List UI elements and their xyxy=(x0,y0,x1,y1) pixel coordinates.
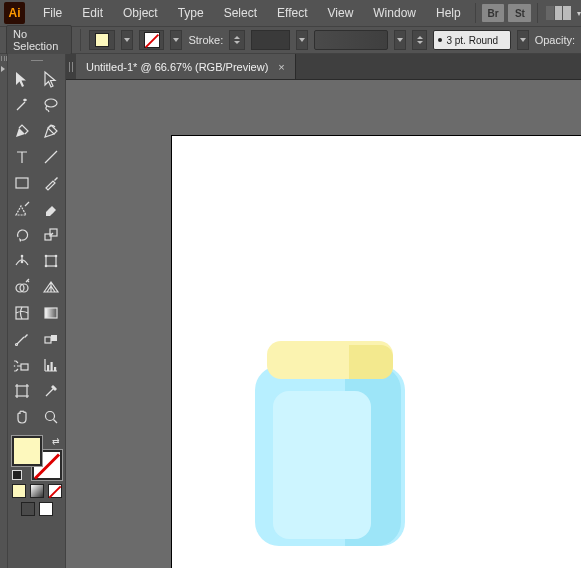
variable-width-dropdown[interactable] xyxy=(394,30,406,50)
perspective-grid-tool[interactable] xyxy=(37,274,66,300)
toolbox-grip[interactable] xyxy=(8,54,65,66)
svg-point-5 xyxy=(21,261,24,264)
swap-fill-stroke-icon[interactable]: ⇄ xyxy=(52,436,60,446)
document-tab-title: Untitled-1* @ 66.67% (RGB/Preview) xyxy=(86,61,268,73)
svg-point-21 xyxy=(14,365,16,367)
stroke-weight-dropdown[interactable] xyxy=(296,30,308,50)
options-bar: No Selection Stroke: 3 pt. Round Opacity… xyxy=(0,26,581,54)
brush-definition-field[interactable]: 3 pt. Round xyxy=(433,30,510,50)
shape-builder-tool[interactable] xyxy=(8,274,37,300)
color-mode-row xyxy=(8,484,65,498)
workspace-layout-toggle[interactable] xyxy=(546,6,571,20)
eraser-tool[interactable] xyxy=(37,196,66,222)
brush-preview-icon xyxy=(438,38,442,42)
selection-status: No Selection xyxy=(6,25,72,55)
paintbrush-tool[interactable] xyxy=(37,170,66,196)
toolbox: ⇄ xyxy=(8,54,66,568)
stroke-weight-field[interactable] xyxy=(251,30,290,50)
svg-point-8 xyxy=(54,255,57,258)
scale-tool[interactable] xyxy=(37,222,66,248)
selection-tool[interactable] xyxy=(8,66,37,92)
pen-tool[interactable] xyxy=(8,118,37,144)
svg-rect-14 xyxy=(45,308,57,318)
menu-type[interactable]: Type xyxy=(168,2,214,24)
slice-tool[interactable] xyxy=(37,378,66,404)
default-fill-stroke-icon[interactable] xyxy=(12,470,22,480)
fill-stroke-control[interactable]: ⇄ xyxy=(12,436,62,480)
gradient-tool[interactable] xyxy=(37,300,66,326)
svg-rect-13 xyxy=(16,307,28,319)
svg-rect-17 xyxy=(45,337,51,343)
brush-dropdown[interactable] xyxy=(517,30,529,50)
svg-point-27 xyxy=(45,412,54,421)
fill-color-icon xyxy=(95,33,109,47)
width-tool[interactable] xyxy=(8,248,37,274)
hand-tool[interactable] xyxy=(8,404,37,430)
rectangle-tool[interactable] xyxy=(8,170,37,196)
brush-stepper[interactable] xyxy=(412,30,427,50)
eyedropper-tool[interactable] xyxy=(8,326,37,352)
menu-bar: Ai File Edit Object Type Select Effect V… xyxy=(0,0,581,26)
panel-collapse-strip[interactable] xyxy=(0,54,8,568)
stroke-swatch-button[interactable] xyxy=(139,30,165,50)
type-tool[interactable] xyxy=(8,144,37,170)
rotate-tool[interactable] xyxy=(8,222,37,248)
svg-rect-18 xyxy=(51,335,57,341)
menu-select[interactable]: Select xyxy=(214,2,267,24)
opacity-label: Opacity: xyxy=(535,34,575,46)
stock-button[interactable]: St xyxy=(508,4,531,22)
column-graph-tool[interactable] xyxy=(37,352,66,378)
menu-window[interactable]: Window xyxy=(363,2,426,24)
shaper-tool[interactable] xyxy=(8,196,37,222)
blend-tool[interactable] xyxy=(37,326,66,352)
svg-point-22 xyxy=(14,370,16,372)
svg-point-10 xyxy=(54,265,57,268)
color-mode-none[interactable] xyxy=(48,484,62,498)
mesh-tool[interactable] xyxy=(8,300,37,326)
workspace-dropdown-icon[interactable]: ▾ xyxy=(577,9,581,18)
menu-view[interactable]: View xyxy=(318,2,364,24)
jar-artwork xyxy=(255,341,405,546)
color-mode-gradient[interactable] xyxy=(30,484,44,498)
menu-object[interactable]: Object xyxy=(113,2,168,24)
svg-rect-19 xyxy=(21,364,28,370)
fill-swatch-button[interactable] xyxy=(89,30,115,50)
brush-name: 3 pt. Round xyxy=(446,35,498,46)
document-tab[interactable]: Untitled-1* @ 66.67% (RGB/Preview) × xyxy=(76,54,296,79)
stroke-weight-stepper[interactable] xyxy=(229,30,244,50)
tab-strip: Untitled-1* @ 66.67% (RGB/Preview) × xyxy=(66,54,581,80)
menu-file[interactable]: File xyxy=(33,2,72,24)
direct-selection-tool[interactable] xyxy=(37,66,66,92)
svg-rect-26 xyxy=(17,386,27,396)
close-tab-button[interactable]: × xyxy=(278,61,284,73)
variable-width-profile[interactable] xyxy=(314,30,388,50)
curvature-tool[interactable] xyxy=(37,118,66,144)
magic-wand-tool[interactable] xyxy=(8,92,37,118)
fill-dropdown[interactable] xyxy=(121,30,133,50)
menu-edit[interactable]: Edit xyxy=(72,2,113,24)
svg-rect-24 xyxy=(50,362,52,371)
draw-mode-behind[interactable] xyxy=(39,502,53,516)
no-stroke-icon xyxy=(144,32,160,48)
fill-color-large[interactable] xyxy=(12,436,42,466)
color-mode-solid[interactable] xyxy=(12,484,26,498)
symbol-sprayer-tool[interactable] xyxy=(8,352,37,378)
tab-strip-grip[interactable] xyxy=(66,54,76,79)
bridge-button[interactable]: Br xyxy=(482,4,505,22)
draw-mode-normal[interactable] xyxy=(21,502,35,516)
menu-effect[interactable]: Effect xyxy=(267,2,317,24)
svg-point-9 xyxy=(44,265,47,268)
svg-rect-1 xyxy=(16,178,28,188)
line-segment-tool[interactable] xyxy=(37,144,66,170)
free-transform-tool[interactable] xyxy=(37,248,66,274)
work-area: ⇄ Untitled-1* @ 66.67% (RGB/Preview) × xyxy=(0,54,581,568)
artboard-tool[interactable] xyxy=(8,378,37,404)
menu-help[interactable]: Help xyxy=(426,2,471,24)
lasso-tool[interactable] xyxy=(37,92,66,118)
zoom-tool[interactable] xyxy=(37,404,66,430)
canvas[interactable] xyxy=(66,80,581,568)
svg-point-4 xyxy=(21,255,24,258)
svg-rect-6 xyxy=(46,256,56,266)
stroke-color-dropdown[interactable] xyxy=(170,30,182,50)
svg-point-16 xyxy=(16,344,18,346)
